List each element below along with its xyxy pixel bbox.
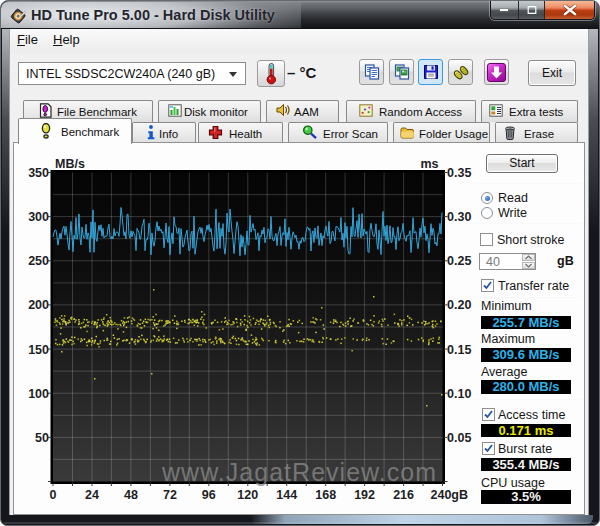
- svg-text:0.25: 0.25: [447, 254, 471, 268]
- svg-text:0.30: 0.30: [447, 210, 471, 224]
- svg-text:48: 48: [124, 488, 138, 502]
- svg-text:0.05: 0.05: [447, 431, 471, 445]
- svg-text:0.15: 0.15: [447, 343, 471, 357]
- svg-text:96: 96: [202, 488, 216, 502]
- svg-text:72: 72: [163, 488, 177, 502]
- svg-text:200: 200: [28, 298, 49, 312]
- svg-text:150: 150: [28, 343, 49, 357]
- svg-text:192: 192: [354, 488, 375, 502]
- svg-text:0: 0: [50, 488, 57, 502]
- svg-text:0.10: 0.10: [447, 387, 471, 401]
- svg-text:144: 144: [276, 488, 297, 502]
- svg-text:MB/s: MB/s: [55, 157, 85, 171]
- svg-text:24: 24: [85, 488, 99, 502]
- svg-text:0.20: 0.20: [447, 298, 471, 312]
- svg-text:50: 50: [35, 431, 49, 445]
- svg-text:240gB: 240gB: [431, 488, 469, 502]
- svg-text:0.35: 0.35: [447, 166, 471, 180]
- svg-text:168: 168: [315, 488, 336, 502]
- svg-text:216: 216: [393, 488, 414, 502]
- svg-text:100: 100: [28, 387, 49, 401]
- svg-text:ms: ms: [420, 157, 438, 171]
- svg-text:350: 350: [28, 166, 49, 180]
- svg-text:www.JagatReview.com: www.JagatReview.com: [161, 458, 436, 486]
- svg-text:250: 250: [28, 254, 49, 268]
- svg-text:120: 120: [237, 488, 258, 502]
- svg-text:300: 300: [28, 210, 49, 224]
